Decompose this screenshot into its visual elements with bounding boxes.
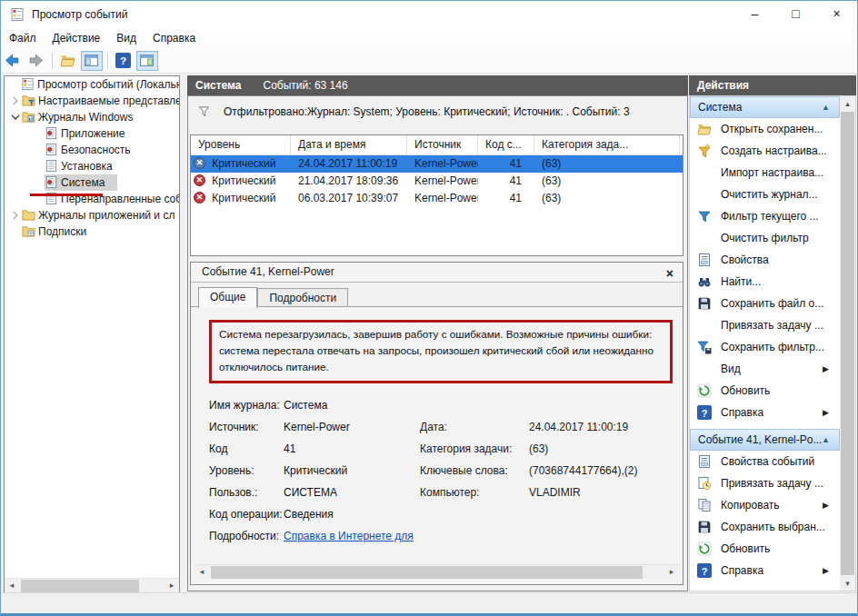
tree-item-журналы[interactable]: Журналы Windows bbox=[5, 109, 179, 125]
action-item[interactable]: Сохранить файл о... bbox=[690, 293, 840, 314]
action-item[interactable]: ?Справка▶ bbox=[690, 402, 840, 423]
field-value: Критический bbox=[284, 460, 347, 482]
actions-vertical-scrollbar[interactable]: ▴ ▾ bbox=[840, 96, 855, 591]
action-item[interactable]: Найти... bbox=[690, 271, 840, 293]
event-tabs: ОбщиеПодробности bbox=[198, 287, 348, 307]
action-item[interactable]: Создать настраива... bbox=[690, 140, 840, 162]
help-icon: ? bbox=[697, 563, 712, 578]
expander-right-icon[interactable] bbox=[8, 207, 22, 224]
open-saved-log-icon bbox=[697, 122, 712, 136]
collapse-up-icon[interactable]: ▲ bbox=[822, 430, 830, 451]
menu-действие[interactable]: Действие bbox=[45, 28, 109, 48]
funnel-icon bbox=[697, 209, 712, 224]
action-item[interactable]: Открыть сохранен... bbox=[690, 118, 840, 140]
event-row[interactable]: Критический21.04.2017 18:09:36Kernel-Pow… bbox=[191, 173, 683, 190]
action-item[interactable]: Обновить bbox=[690, 538, 840, 560]
column-header-1[interactable]: Дата и время bbox=[291, 135, 407, 154]
events-table: УровеньДата и времяИсточникКод с...Катег… bbox=[190, 134, 683, 256]
column-header-2[interactable]: Источник bbox=[407, 135, 478, 154]
tree-item-content: Подписки bbox=[22, 225, 86, 238]
tree-item-content: Журналы приложений и сл bbox=[22, 209, 175, 222]
menu-справка[interactable]: Справка bbox=[145, 28, 204, 48]
action-item-label: Привязать задачу ... bbox=[721, 472, 823, 494]
action-item[interactable]: Очистить журнал... bbox=[690, 184, 840, 205]
properties-icon bbox=[697, 253, 712, 267]
tree-item-журналы[interactable]: Журналы приложений и сл bbox=[5, 207, 179, 224]
action-item[interactable]: Импорт настраива... bbox=[690, 162, 840, 184]
app-icon bbox=[10, 7, 25, 22]
action-section-header[interactable]: Система▲ bbox=[690, 96, 840, 118]
tree-item-подписки[interactable]: Подписки bbox=[5, 224, 179, 240]
column-header-0[interactable]: Уровень bbox=[191, 135, 291, 154]
collapse-up-icon[interactable]: ▲ bbox=[822, 97, 830, 118]
event-level-cell: Критический bbox=[191, 155, 291, 173]
event-row[interactable]: Критический06.03.2017 10:39:07Kernel-Pow… bbox=[191, 190, 683, 207]
online-help-link[interactable]: Справка в Интернете для bbox=[284, 525, 414, 547]
event-field-row: Пользов.:СИСТЕМАКомпьютер:VLADIMIR bbox=[191, 482, 683, 503]
tree-horizontal-scrollbar[interactable]: ◂ ▸ bbox=[5, 578, 179, 592]
back-arrow-icon[interactable] bbox=[2, 51, 24, 71]
field-value: СИСТЕМА bbox=[284, 482, 337, 503]
help-icon[interactable]: ? bbox=[113, 51, 135, 71]
scroll-left-arrow-icon[interactable]: ◂ bbox=[195, 565, 209, 580]
column-header-3[interactable]: Код с... bbox=[478, 135, 534, 154]
column-header-4[interactable]: Категория зада... bbox=[534, 135, 680, 154]
minimize-button[interactable]: – bbox=[734, 1, 775, 28]
scroll-left-arrow-icon[interactable]: ◂ bbox=[5, 579, 19, 593]
action-item-label: Сохранить выбран... bbox=[721, 516, 825, 538]
maximize-button[interactable]: □ bbox=[775, 1, 816, 28]
tree-item-приложение[interactable]: Приложение bbox=[5, 125, 179, 142]
menu-вид[interactable]: Вид bbox=[108, 28, 145, 48]
action-item[interactable]: Привязать задачу ... bbox=[690, 472, 840, 494]
scroll-thumb[interactable] bbox=[841, 112, 854, 575]
show-console-tree-icon[interactable] bbox=[81, 51, 103, 71]
action-item[interactable]: Сохранить фильтр... bbox=[690, 336, 840, 358]
event-general-tab-content: Система перезагрузилась, завершив работу… bbox=[191, 306, 683, 584]
open-saved-log-icon[interactable] bbox=[57, 51, 79, 71]
expander-right-icon[interactable] bbox=[8, 93, 22, 109]
scroll-thumb[interactable] bbox=[21, 580, 139, 592]
tree-item-установка[interactable]: Установка bbox=[5, 158, 179, 174]
action-item[interactable]: Свойства событий bbox=[690, 451, 840, 472]
action-item[interactable]: Вид▶ bbox=[690, 358, 840, 380]
tree-item-label: Установка bbox=[61, 160, 113, 173]
expander-down-icon[interactable] bbox=[8, 109, 22, 125]
scroll-right-arrow-icon[interactable]: ▸ bbox=[165, 579, 179, 593]
tree-item-content: Установка bbox=[45, 160, 113, 173]
action-item-label: Обновить bbox=[721, 380, 770, 402]
action-item[interactable]: Копировать▶ bbox=[690, 494, 840, 516]
scroll-thumb[interactable] bbox=[211, 566, 643, 579]
funnel-new-icon bbox=[697, 144, 712, 158]
field-label: Дата: bbox=[420, 416, 447, 438]
tab-общие[interactable]: Общие bbox=[198, 287, 257, 308]
event-category-cell: (63) bbox=[534, 155, 680, 173]
scroll-right-arrow-icon[interactable]: ▸ bbox=[664, 565, 679, 580]
tab-подробности[interactable]: Подробности bbox=[257, 288, 348, 308]
event-panel-close-icon[interactable]: × bbox=[666, 264, 673, 283]
action-section-header[interactable]: Событие 41, Kernel-Po...▲ bbox=[690, 429, 840, 451]
scroll-down-arrow-icon[interactable]: ▾ bbox=[840, 576, 855, 591]
menu-файл[interactable]: Файл bbox=[1, 28, 45, 48]
tree-item-настраиваемые[interactable]: Настраиваемые представле bbox=[5, 93, 179, 109]
action-item-label: Свойства bbox=[721, 249, 769, 271]
action-item[interactable]: ?Справка▶ bbox=[690, 560, 840, 581]
event-row[interactable]: Критический24.04.2017 11:00:19Kernel-Pow… bbox=[191, 155, 683, 173]
copy-icon bbox=[697, 498, 712, 512]
action-item[interactable]: Фильтр текущего ... bbox=[690, 205, 840, 227]
scroll-up-arrow-icon[interactable]: ▴ bbox=[840, 96, 855, 111]
tree-item-система[interactable]: Система bbox=[5, 174, 179, 191]
tree-item-безопасность[interactable]: Безопасность bbox=[5, 142, 179, 158]
tree-item-просмотр[interactable]: Просмотр событий (Локальнь bbox=[5, 76, 179, 93]
svg-text:?: ? bbox=[120, 55, 126, 66]
tree-selection: Система bbox=[45, 174, 117, 191]
action-item[interactable]: Привязать задачу ... bbox=[690, 314, 840, 336]
event-horizontal-scrollbar[interactable]: ◂ ▸ bbox=[195, 564, 679, 579]
action-item[interactable]: Свойства bbox=[690, 249, 840, 271]
show-action-pane-icon[interactable] bbox=[136, 51, 158, 71]
action-item[interactable]: Обновить bbox=[690, 380, 840, 402]
forward-arrow-icon[interactable] bbox=[25, 51, 47, 71]
close-button[interactable]: × bbox=[816, 1, 857, 28]
console-tree-panel: Просмотр событий (ЛокальньНастраиваемые … bbox=[4, 75, 180, 593]
action-item[interactable]: Сохранить выбран... bbox=[690, 516, 840, 538]
action-item[interactable]: Очистить фильтр bbox=[690, 227, 840, 249]
